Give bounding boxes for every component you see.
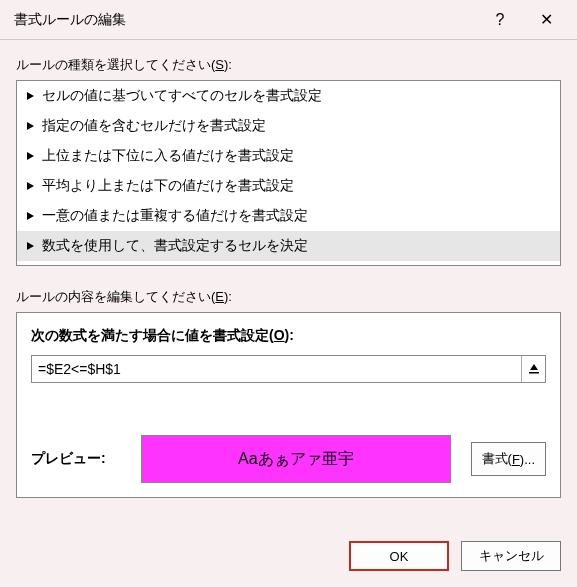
bullet-icon	[27, 152, 34, 160]
collapse-icon	[527, 362, 541, 376]
svg-rect-0	[529, 372, 539, 374]
titlebar: 書式ルールの編集 ? ✕	[0, 0, 577, 40]
rule-type-option[interactable]: 数式を使用して、書式設定するセルを決定	[17, 231, 560, 261]
rule-type-option[interactable]: 平均より上または下の値だけを書式設定	[17, 171, 560, 201]
rule-edit-label: ルールの内容を編集してください(E):	[16, 288, 561, 306]
rule-type-option[interactable]: 上位または下位に入る値だけを書式設定	[17, 141, 560, 171]
cancel-button[interactable]: キャンセル	[461, 541, 561, 571]
rule-type-option[interactable]: 指定の値を含むセルだけを書式設定	[17, 111, 560, 141]
formula-label: 次の数式を満たす場合に値を書式設定(O):	[31, 327, 546, 345]
rule-type-list[interactable]: セルの値に基づいてすべてのセルを書式設定 指定の値を含むセルだけを書式設定 上位…	[16, 80, 561, 266]
ok-button[interactable]: OK	[349, 541, 449, 571]
bullet-icon	[27, 212, 34, 220]
rule-type-option[interactable]: 一意の値または重複する値だけを書式設定	[17, 201, 560, 231]
formula-row	[31, 355, 546, 383]
rule-type-option[interactable]: セルの値に基づいてすべてのセルを書式設定	[17, 81, 560, 111]
rule-edit-group: 次の数式を満たす場合に値を書式設定(O): プレビュー: Aaあぁアァ亜宇 書式	[16, 312, 561, 498]
bullet-icon	[27, 92, 34, 100]
rule-type-label: ルールの種類を選択してください(S):	[16, 56, 561, 74]
preview-label: プレビュー:	[31, 450, 121, 468]
dialog-content: ルールの種類を選択してください(S): セルの値に基づいてすべてのセルを書式設定…	[0, 40, 577, 525]
bullet-icon	[27, 182, 34, 190]
dialog-title: 書式ルールの編集	[14, 11, 477, 29]
edit-rule-dialog: 書式ルールの編集 ? ✕ ルールの種類を選択してください(S): セルの値に基づ…	[0, 0, 577, 587]
help-button[interactable]: ?	[477, 4, 523, 36]
preview-sample: Aaあぁアァ亜宇	[141, 435, 451, 483]
close-button[interactable]: ✕	[523, 4, 569, 36]
preview-row: プレビュー: Aaあぁアァ亜宇 書式(F)...	[31, 435, 546, 483]
bullet-icon	[27, 122, 34, 130]
formula-input[interactable]	[32, 356, 521, 382]
bullet-icon	[27, 242, 34, 250]
dialog-footer: OK キャンセル	[0, 525, 577, 587]
range-select-button[interactable]	[521, 356, 545, 382]
format-button[interactable]: 書式(F)...	[471, 442, 546, 476]
